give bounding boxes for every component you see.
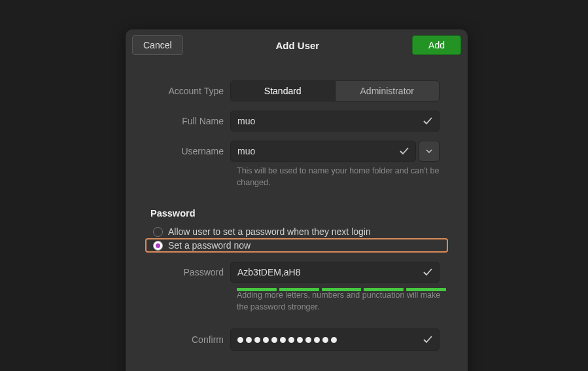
- username-field[interactable]: [230, 141, 416, 162]
- password-section-title: Password: [150, 208, 448, 219]
- username-dropdown[interactable]: [419, 141, 440, 162]
- account-type-standard[interactable]: Standard: [231, 81, 335, 101]
- chevron-down-icon: [426, 148, 432, 154]
- dialog-header: Cancel Add User Add: [126, 29, 468, 61]
- radio-password-later[interactable]: Allow user to set a password when they n…: [145, 225, 448, 238]
- password-label: Password: [145, 267, 230, 277]
- confirm-field[interactable]: [230, 328, 440, 351]
- account-type-label: Account Type: [145, 86, 230, 96]
- dialog-content: Account Type Standard Administrator Full…: [126, 61, 468, 371]
- password-hint: Adding more letters, numbers and punctua…: [237, 290, 446, 313]
- radio-label: Allow user to set a password when they n…: [168, 226, 371, 237]
- account-type-administrator[interactable]: Administrator: [335, 81, 440, 101]
- password-dots: [237, 337, 337, 343]
- fullname-field[interactable]: [230, 111, 440, 132]
- dialog-title: Add User: [275, 40, 319, 51]
- cancel-button[interactable]: Cancel: [132, 35, 183, 55]
- radio-password-now[interactable]: Set a password now: [145, 238, 448, 253]
- password-field[interactable]: [230, 262, 440, 283]
- username-label: Username: [145, 146, 230, 156]
- add-user-dialog: Cancel Add User Add Account Type Standar…: [126, 29, 468, 371]
- radio-label: Set a password now: [168, 240, 251, 251]
- radio-icon: [153, 227, 163, 237]
- fullname-label: Full Name: [145, 116, 230, 126]
- radio-icon: [153, 241, 163, 251]
- account-type-group: Standard Administrator: [230, 80, 440, 101]
- add-button[interactable]: Add: [412, 35, 461, 55]
- confirm-label: Confirm: [145, 334, 230, 345]
- username-hint: This will be used to name your home fold…: [237, 166, 446, 188]
